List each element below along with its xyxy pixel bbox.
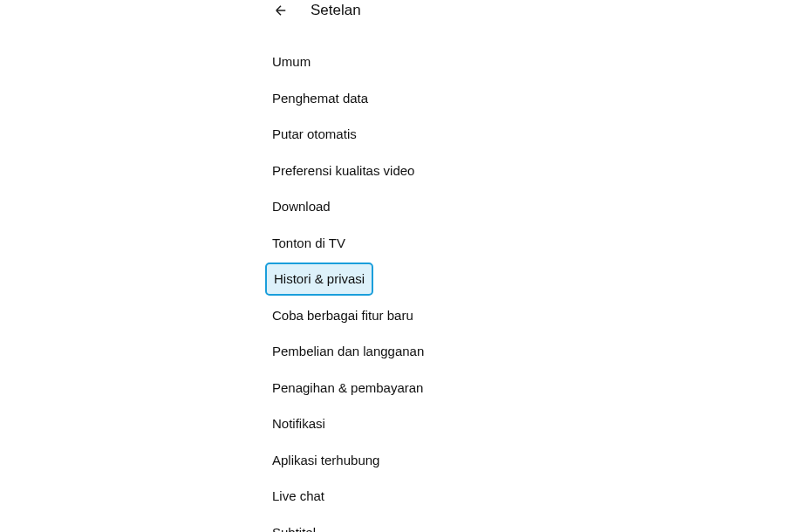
page-title: Setelan	[311, 2, 361, 19]
menu-item-tonton-di-tv[interactable]: Tonton di TV	[272, 225, 345, 262]
menu-item-umum[interactable]: Umum	[272, 44, 311, 80]
menu-item-coba-fitur-baru[interactable]: Coba berbagai fitur baru	[272, 297, 413, 334]
menu-item-live-chat[interactable]: Live chat	[272, 478, 324, 515]
menu-item-penagihan-pembayaran[interactable]: Penagihan & pembayaran	[272, 370, 423, 406]
settings-menu-list: Umum Penghemat data Putar otomatis Prefe…	[272, 44, 785, 532]
menu-item-penghemat-data[interactable]: Penghemat data	[272, 80, 368, 117]
back-arrow-icon[interactable]	[272, 2, 290, 19]
menu-item-aplikasi-terhubung[interactable]: Aplikasi terhubung	[272, 442, 379, 479]
menu-item-pembelian-langganan[interactable]: Pembelian dan langganan	[272, 333, 424, 370]
menu-item-subtitel[interactable]: Subtitel	[272, 515, 316, 533]
menu-item-notifikasi[interactable]: Notifikasi	[272, 406, 325, 442]
menu-item-download[interactable]: Download	[272, 188, 331, 225]
settings-header: Setelan	[272, 0, 785, 21]
menu-item-putar-otomatis[interactable]: Putar otomatis	[272, 116, 357, 153]
menu-item-histori-privasi[interactable]: Histori & privasi	[265, 263, 373, 296]
menu-item-preferensi-kualitas-video[interactable]: Preferensi kualitas video	[272, 153, 414, 189]
